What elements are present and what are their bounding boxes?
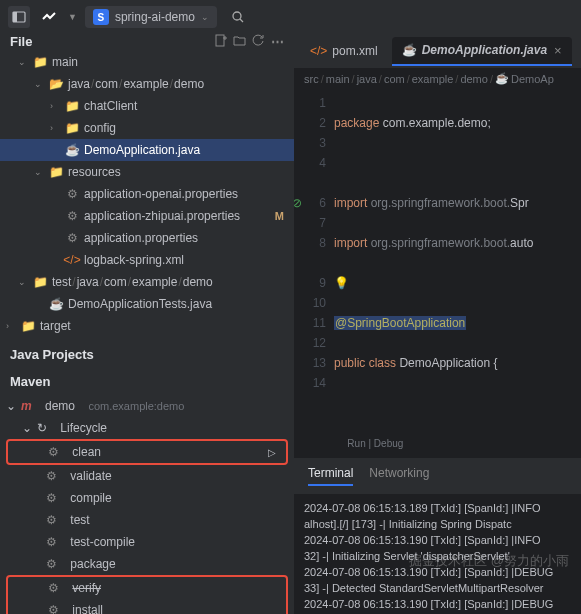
sidebar: File ⋯ ⌄📁main ⌄📂java/com/example/demo ›📁… [0,34,294,614]
maven-goal-test-compile[interactable]: ⚙ test-compile [0,531,294,553]
gear-icon: ⚙ [46,513,57,527]
java-file-icon: ☕ [402,43,417,57]
gear-icon: ⚙ [46,469,57,483]
tab-pom[interactable]: </>pom.xml [300,38,388,64]
maven-lifecycle[interactable]: ⌄↻ Lifecycle [0,417,294,439]
tree-file-demotests[interactable]: ☕DemoApplicationTests.java [0,293,294,315]
run-gutter-icon[interactable]: ⊘ [294,193,302,213]
project-name: spring-ai-demo [115,10,195,24]
app-logo-icon [38,6,60,28]
search-icon[interactable] [231,10,245,24]
svg-point-2 [233,12,241,20]
tree-file-logback[interactable]: </>logback-spring.xml [0,249,294,271]
refresh-icon[interactable] [252,34,265,49]
run-icon[interactable]: ▷ [268,447,276,458]
maven-goal-test[interactable]: ⚙ test [0,509,294,531]
svg-rect-4 [216,35,224,46]
properties-file-icon: ⚙ [64,209,80,223]
maven-goal-validate[interactable]: ⚙ validate [0,465,294,487]
terminal-output[interactable]: 2024-07-08 06:15:13.189 [TxId:] [SpanId:… [294,494,581,614]
editor-area: </>pom.xml ☕DemoApplication.java× src/ m… [294,34,581,614]
folder-icon: 📁 [64,99,80,113]
project-selector[interactable]: S spring-ai-demo ⌄ [85,6,217,28]
java-file-icon: ☕ [495,72,509,85]
project-chip-icon: S [93,9,109,25]
file-panel-header: File ⋯ [0,34,294,49]
chevron-down-icon: ⌄ [201,12,209,22]
tree-folder-java[interactable]: ⌄📂java/com/example/demo [0,73,294,95]
svg-line-3 [240,19,243,22]
file-tree: ⌄📁main ⌄📂java/com/example/demo ›📁chatCli… [0,49,294,339]
folder-icon: 📁 [64,121,80,135]
java-projects-header[interactable]: Java Projects [0,339,294,366]
maven-header[interactable]: Maven [0,366,294,393]
tab-terminal[interactable]: Terminal [308,466,353,486]
tree-file-prop-app[interactable]: ⚙application.properties [0,227,294,249]
xml-file-icon: </> [310,44,327,58]
more-icon[interactable]: ⋯ [271,34,284,49]
folder-icon: 📁 [32,275,48,289]
tree-folder-config[interactable]: ›📁config [0,117,294,139]
chevron-down-icon[interactable]: ▼ [68,12,77,22]
gear-icon: ⚙ [48,445,59,459]
svg-rect-1 [13,12,17,22]
tree-folder-chatclient[interactable]: ›📁chatClient [0,95,294,117]
code-content[interactable]: package com.example.demo; import org.spr… [334,89,533,457]
sidebar-toggle-icon[interactable] [8,6,30,28]
new-file-icon[interactable] [214,34,227,49]
gear-icon: ⚙ [46,491,57,505]
gutter: 1234 ⊘6 7891011121314 [294,89,334,457]
tree-folder-target[interactable]: ›📁target [0,315,294,337]
tree-file-demoapplication[interactable]: ☕DemoApplication.java [0,139,294,161]
tree-folder-resources[interactable]: ⌄📁resources [0,161,294,183]
breadcrumb[interactable]: src/ main/ java/ com/ example/ demo/ ☕De… [294,68,581,89]
folder-icon: 📁 [48,165,64,179]
titlebar: ▼ S spring-ai-demo ⌄ [0,0,581,34]
java-file-icon: ☕ [48,297,64,311]
gear-icon: ⚙ [46,557,57,571]
new-folder-icon[interactable] [233,34,246,49]
folder-icon: 📁 [32,55,48,69]
xml-file-icon: </> [64,253,80,267]
tree-file-prop-openai[interactable]: ⚙application-openai.properties [0,183,294,205]
folder-icon: 📁 [20,319,36,333]
maven-goal-compile[interactable]: ⚙ compile [0,487,294,509]
bulb-icon[interactable]: 💡 [334,276,349,290]
terminal-panel: Terminal Networking 2024-07-08 06:15:13.… [294,457,581,614]
tree-folder-main[interactable]: ⌄📁main [0,51,294,73]
folder-open-icon: 📂 [48,77,64,91]
cycle-icon: ↻ [37,421,47,435]
file-panel-title: File [10,34,32,49]
properties-file-icon: ⚙ [64,187,80,201]
maven-icon: m [21,399,32,413]
java-file-icon: ☕ [64,143,80,157]
maven-goal-install[interactable]: ⚙ install [8,599,286,614]
maven-tree: ⌄m demo com.example:demo ⌄↻ Lifecycle ⚙ … [0,393,294,614]
editor-tabbar: </>pom.xml ☕DemoApplication.java× [294,34,581,68]
maven-goal-clean[interactable]: ⚙ clean▷ [8,441,286,463]
maven-goal-package[interactable]: ⚙ package [0,553,294,575]
code-editor[interactable]: 1234 ⊘6 7891011121314 package com.exampl… [294,89,581,457]
tree-folder-test[interactable]: ⌄📁test/java/com/example/demo [0,271,294,293]
properties-file-icon: ⚙ [64,231,80,245]
maven-project-demo[interactable]: ⌄m demo com.example:demo [0,395,294,417]
modified-badge: M [275,210,284,222]
tab-demoapplication[interactable]: ☕DemoApplication.java× [392,37,572,66]
tab-networking[interactable]: Networking [369,466,429,486]
close-icon[interactable]: × [554,43,562,58]
gear-icon: ⚙ [46,535,57,549]
gear-icon: ⚙ [48,603,59,614]
tree-file-prop-zhipuai[interactable]: ⚙application-zhipuai.propertiesM [0,205,294,227]
maven-goal-verify[interactable]: ⚙ verify [8,577,286,599]
gear-icon: ⚙ [48,581,59,595]
